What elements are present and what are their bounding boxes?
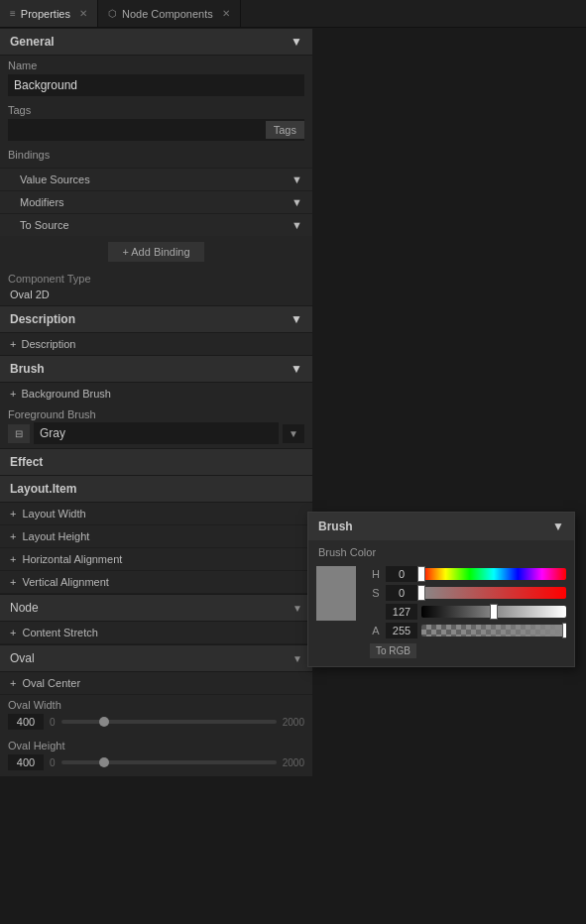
oval-width-track[interactable]	[61, 720, 277, 724]
light-value-input[interactable]	[386, 604, 417, 620]
tab-properties[interactable]: ≡ Properties ✕	[0, 0, 98, 27]
value-sources-header[interactable]: Value Sources ▼	[0, 169, 312, 190]
light-slider-track[interactable]	[421, 606, 566, 618]
hue-slider-thumb[interactable]	[417, 566, 425, 582]
name-input[interactable]	[8, 74, 304, 96]
modifiers-chevron-icon: ▼	[292, 196, 302, 208]
oval-height-label: Oval Height	[8, 740, 304, 751]
tab-properties-close[interactable]: ✕	[79, 8, 87, 19]
modifiers-header[interactable]: Modifiers ▼	[0, 191, 312, 213]
component-type-row: Component Type	[0, 268, 312, 288]
to-rgb-button[interactable]: To RGB	[370, 643, 416, 658]
foreground-brush-row: Foreground Brush ⊟ Gray ▼	[0, 404, 312, 448]
background-brush-plus-icon[interactable]: +	[10, 388, 16, 400]
oval-width-min: 0	[50, 717, 56, 728]
sat-slider-track[interactable]	[421, 587, 566, 599]
layout-height-row: + Layout Height	[0, 525, 312, 548]
horizontal-alignment-plus-icon[interactable]: +	[10, 553, 16, 565]
oval-width-value[interactable]: 400	[8, 714, 44, 730]
layout-width-plus-icon[interactable]: +	[10, 508, 16, 520]
vertical-alignment-plus-icon[interactable]: +	[10, 576, 16, 588]
description-section-header[interactable]: Description ▼	[0, 305, 312, 333]
effect-label: Effect	[10, 455, 43, 469]
sat-value-input[interactable]	[386, 585, 417, 601]
description-item-row: + Description	[0, 333, 312, 355]
foreground-brush-select-row: ⊟ Gray ▼	[8, 422, 304, 444]
tags-input[interactable]	[8, 119, 266, 141]
foreground-brush-label: Foreground Brush	[8, 408, 304, 420]
component-type-label: Component Type	[8, 273, 91, 285]
tags-button[interactable]: Tags	[266, 121, 304, 139]
color-swatch[interactable]	[316, 566, 356, 621]
oval-width-row: Oval Width 400 0 2000	[0, 695, 312, 736]
alpha-row: A	[370, 623, 566, 638]
vertical-alignment-label: Vertical Alignment	[22, 576, 108, 588]
layout-width-row: + Layout Width	[0, 503, 312, 525]
oval-height-max: 2000	[283, 757, 304, 768]
layout-section-header[interactable]: Layout.Item	[0, 475, 312, 503]
oval-height-thumb[interactable]	[99, 757, 109, 767]
node-section-header[interactable]: Node ▼	[0, 594, 312, 622]
foreground-brush-icon-btn[interactable]: ⊟	[8, 424, 30, 443]
properties-icon: ≡	[10, 8, 16, 19]
hue-label: H	[370, 568, 382, 580]
oval-chevron-icon: ▼	[293, 653, 302, 664]
foreground-brush-select[interactable]: Gray	[34, 422, 279, 444]
general-label: General	[10, 35, 55, 49]
alpha-label: A	[370, 625, 382, 636]
add-binding-button[interactable]: + Add Binding	[108, 242, 203, 262]
oval-center-plus-icon[interactable]: +	[10, 677, 16, 689]
value-sources-subsection: Value Sources ▼	[0, 168, 312, 190]
effect-section-header[interactable]: Effect	[0, 448, 312, 475]
modifiers-subsection: Modifiers ▼	[0, 190, 312, 213]
component-type-value: Oval 2D	[8, 289, 50, 300]
sat-row: S	[370, 585, 566, 601]
node-label: Node	[10, 601, 39, 615]
hue-value-input[interactable]	[386, 566, 417, 582]
to-source-chevron-icon: ▼	[292, 219, 302, 231]
alpha-overlay	[421, 625, 566, 636]
hue-row: H	[370, 566, 566, 582]
oval-width-control: 400 0 2000	[8, 714, 304, 730]
color-sliders: H S	[370, 566, 566, 658]
description-plus-icon[interactable]: +	[10, 338, 16, 350]
alpha-slider-track[interactable]	[421, 625, 566, 636]
oval-width-thumb[interactable]	[99, 717, 109, 727]
hue-slider-track[interactable]	[421, 568, 566, 580]
oval-width-label: Oval Width	[8, 699, 304, 711]
component-type-value-row: Oval 2D	[0, 288, 312, 305]
brush-label: Brush	[10, 362, 45, 376]
oval-section-header[interactable]: Oval ▼	[0, 644, 312, 672]
oval-height-track[interactable]	[61, 760, 277, 764]
tab-bar: ≡ Properties ✕ ⬡ Node Components ✕	[0, 0, 586, 28]
general-section-header[interactable]: General ▼	[0, 28, 312, 56]
tab-node-components-close[interactable]: ✕	[222, 8, 230, 19]
tags-label: Tags	[8, 104, 304, 116]
tab-properties-label: Properties	[21, 8, 70, 20]
layout-width-label: Layout Width	[22, 508, 85, 520]
oval-center-label: Oval Center	[22, 677, 80, 689]
horizontal-alignment-label: Horizontal Alignment	[22, 553, 122, 565]
vertical-alignment-row: + Vertical Alignment	[0, 571, 312, 594]
properties-panel: General ▼ Name Tags Tags Bindings Value …	[0, 28, 312, 776]
oval-height-row: Oval Height 400 0 2000	[0, 736, 312, 776]
tab-node-components[interactable]: ⬡ Node Components ✕	[98, 0, 241, 27]
horizontal-alignment-row: + Horizontal Alignment	[0, 548, 312, 571]
tags-input-row: Tags	[8, 119, 304, 141]
layout-height-plus-icon[interactable]: +	[10, 530, 16, 542]
sat-slider-thumb[interactable]	[417, 585, 425, 601]
content-stretch-plus-icon[interactable]: +	[10, 627, 16, 638]
oval-height-value[interactable]: 400	[8, 754, 44, 770]
brush-section-header[interactable]: Brush ▼	[0, 355, 312, 383]
node-chevron-icon: ▼	[293, 603, 302, 614]
alpha-slider-thumb[interactable]	[562, 623, 566, 638]
name-label: Name	[8, 59, 304, 71]
background-brush-row: + Background Brush	[0, 383, 312, 404]
content-stretch-label: Content Stretch	[22, 627, 97, 638]
light-slider-thumb[interactable]	[490, 604, 498, 620]
to-source-header[interactable]: To Source ▼	[0, 214, 312, 236]
oval-center-row: + Oval Center	[0, 672, 312, 695]
brush-popup: Brush ▼ Brush Color H	[307, 512, 575, 667]
light-row	[370, 604, 566, 620]
alpha-value-input[interactable]	[386, 623, 417, 638]
